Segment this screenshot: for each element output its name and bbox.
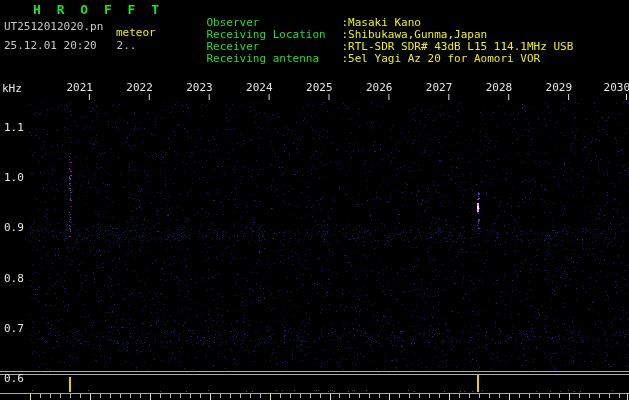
mode-label: meteor [116, 27, 156, 39]
app-title: H R O F F T [33, 4, 163, 16]
capture-filename: UT2512012020.pn [4, 21, 103, 33]
antenna-label: Receiving antenna [207, 53, 342, 65]
timestamp: 25.12.01 20:20 2.. [4, 40, 136, 52]
hrofft-screen: H R O F F T UT2512012020.pn meteor 25.12… [0, 0, 629, 400]
antenna-value: :5el Yagi Az 20 for Aomori VOR [342, 52, 541, 65]
info-row-antenna: Receiving antenna:5el Yagi Az 20 for Aom… [180, 41, 540, 77]
